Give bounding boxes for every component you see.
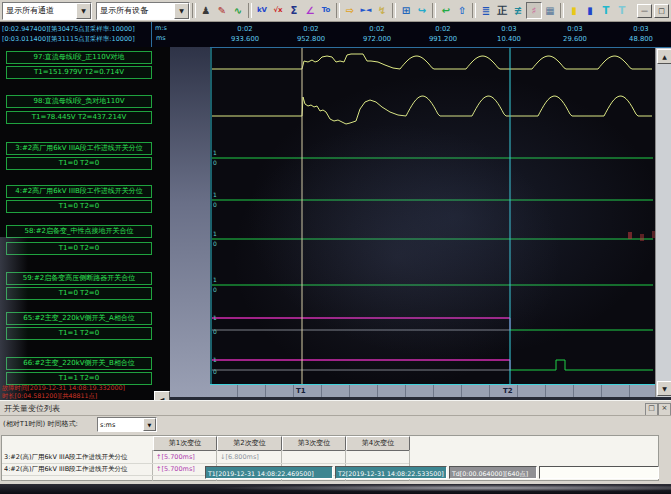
channel-title[interactable]: 4:#2高厂用6kV IIIB段工作进线开关分位	[6, 185, 152, 198]
level-label: 1	[213, 314, 217, 321]
toolbar-separator	[248, 3, 252, 18]
channel-cursor-values: T1=151.979V T2=0.714V	[6, 66, 152, 79]
time-tick: 0:02933.600	[212, 24, 278, 44]
cursor-yellow-icon[interactable]: ▮	[566, 2, 582, 19]
t2-cursor-label[interactable]: T2	[503, 387, 513, 395]
table-row-name[interactable]: 4:#2(高)厂用6kV IIIB段工作进线开关分位	[4, 463, 150, 475]
channel-title[interactable]: 98:直流母线I段_负对地110V	[6, 95, 152, 108]
channel-filter-value: 显示所有通道	[3, 5, 76, 16]
time-header: [0:02.947400][第30475点][采样率:10000] [0:03.…	[0, 22, 671, 48]
sqrt-icon[interactable]: √x	[270, 2, 286, 19]
sync-icon[interactable]: ►◄	[358, 2, 374, 19]
table-header-4[interactable]: 第4次变位	[346, 436, 410, 451]
channel-title[interactable]: 66:#2主变_220kV侧开关_B相合位	[6, 357, 152, 370]
screen-bezel	[0, 484, 671, 494]
minimize-button[interactable]: —	[637, 4, 652, 18]
toolbar-separator	[192, 3, 196, 18]
ch97-trace	[212, 54, 652, 69]
up-arrow-icon[interactable]: ⇧	[454, 2, 470, 19]
record-length: 时长[0:04.581200][共48811点]	[2, 392, 125, 400]
channel-title[interactable]: 97:直流母线I段_正110V对地	[6, 51, 152, 64]
table-header-1[interactable]: 第1次变位	[153, 436, 217, 451]
toolbar-separator	[560, 3, 564, 18]
flash-icon[interactable]: ↯	[374, 2, 390, 19]
angle-icon[interactable]: ∠	[302, 2, 318, 19]
t1-cursor-label[interactable]: T1	[296, 387, 306, 395]
channel-title[interactable]: 59:#2启备变高压侧断路器开关合位	[6, 272, 152, 285]
t2-tool-icon[interactable]: T	[614, 2, 630, 19]
status-td: Td[0:00.064000][640点]	[449, 466, 537, 479]
level-label: 1	[213, 191, 217, 198]
table-row-change1[interactable]: ↑[5.700ms]	[156, 451, 214, 463]
status-t2: T2[2019-12-31 14:08:22.533500]	[335, 466, 447, 479]
sample-info-line1: [0:02.947400][第30475点][采样率:10000]	[2, 24, 135, 34]
panel-title: 开关量变位列表	[4, 403, 60, 414]
chevron-down-icon[interactable]: ▼	[174, 3, 189, 19]
scroll-down-button[interactable]: ▼	[657, 381, 671, 396]
fault-time: 故障时间[2019-12-31 14:08:19.332000]	[2, 384, 125, 392]
channel-cursor-values: T1=78.445V T2=437.214V	[6, 111, 152, 124]
grid-icon[interactable]: ♯	[526, 2, 542, 19]
marker-tool-icon[interactable]: ♟	[198, 2, 214, 19]
channel-filter-select[interactable]: 显示所有通道 ▼	[2, 2, 92, 20]
channel-title[interactable]: 65:#2主变_220kV侧开关_A相合位	[6, 312, 152, 325]
chevron-down-icon[interactable]: ▼	[143, 418, 156, 431]
toolbar-separator	[392, 3, 396, 18]
time-tick: 0:02972.000	[344, 24, 410, 44]
level-label: 0	[213, 159, 217, 166]
table-icon[interactable]: ▦	[542, 2, 558, 19]
time-tick: 0:02952.800	[278, 24, 344, 44]
ch66-trace-after	[510, 360, 653, 370]
waveform-svg: 101010101010	[210, 48, 655, 384]
chevron-down-icon[interactable]: ▼	[76, 3, 91, 19]
restore-button[interactable]: □	[654, 4, 669, 18]
back-arrow-icon[interactable]: ↩	[438, 2, 454, 19]
to-icon[interactable]: To	[318, 2, 334, 19]
header-divider	[151, 22, 152, 47]
channel-title[interactable]: 58:#2启备变_中性点接地开关合位	[6, 225, 152, 238]
time-format-select[interactable]: s:ms ▼	[97, 417, 157, 432]
level-label: 0	[213, 201, 217, 208]
waveform-area[interactable]: 101010101010	[210, 48, 655, 384]
scroll-up-button[interactable]: ▲	[657, 49, 671, 64]
pen-tool-icon[interactable]: ✎	[214, 2, 230, 19]
channel-cursor-values: T1=0 T2=0	[6, 200, 152, 213]
panel-splitter[interactable]	[170, 47, 210, 397]
kv-icon[interactable]: kV	[254, 2, 270, 19]
list-icon[interactable]: ≣	[478, 2, 494, 19]
status-t1: T1[2019-12-31 14:08:22.469500]	[205, 466, 333, 479]
toolbar-separator	[432, 3, 436, 18]
forward-arrow-icon[interactable]: ↪	[414, 2, 430, 19]
level-label: 0	[213, 240, 217, 247]
ch98-trace	[212, 96, 652, 124]
cursor-blue-icon[interactable]: ▮	[582, 2, 598, 19]
table-header-2[interactable]: 第2次变位	[217, 436, 282, 451]
table-row-name[interactable]: 3:#2(高)厂用6kV IIIA段工作进线开关分位	[4, 451, 150, 463]
time-tick: 0:02991.200	[410, 24, 476, 44]
list2-icon[interactable]: ≢	[510, 2, 526, 19]
toolbar: 显示所有通道 ▼ 显示所有设备 ▼ ♟✎∿kV√xΣ∠To⇨►◄↯⊞↪↩⇧≣正≢…	[0, 0, 671, 22]
timeline-ruler[interactable]: T1 T2	[210, 384, 655, 397]
level-label: 1	[213, 149, 217, 156]
wave-tool-icon[interactable]: ∿	[230, 2, 246, 19]
table-header-3[interactable]: 第3次变位	[282, 436, 346, 451]
unit-label-top: m:s	[155, 24, 167, 32]
toolbar-icons: ♟✎∿kV√xΣ∠To⇨►◄↯⊞↪↩⇧≣正≢♯▦▮▮TT	[198, 2, 630, 19]
window-icon[interactable]: ⊞	[398, 2, 414, 19]
divider	[0, 415, 671, 416]
t1-tool-icon[interactable]: T	[598, 2, 614, 19]
level-label: 0	[213, 368, 217, 375]
level-label: 1	[213, 276, 217, 283]
sum-icon[interactable]: Σ	[286, 2, 302, 19]
unit-label-bottom: ms	[156, 34, 166, 42]
vertical-scrollbar[interactable]: ▲ ▼	[655, 48, 671, 397]
device-filter-select[interactable]: 显示所有设备 ▼	[96, 2, 190, 20]
channel-title[interactable]: 3:#2高厂用6kV IIIA段工作进线开关分位	[6, 142, 152, 155]
jump-arrow-icon[interactable]: ⇨	[342, 2, 358, 19]
sample-info: [0:02.947400][第30475点][采样率:10000] [0:03.…	[2, 24, 135, 44]
table-row-change2[interactable]: ↓[6.800ms]	[220, 451, 280, 463]
level-label: 0	[213, 328, 217, 335]
zheng-icon[interactable]: 正	[494, 2, 510, 19]
channel-panel: 97:直流母线I段_正110V对地T1=151.979V T2=0.714V98…	[0, 47, 170, 402]
time-format-label: (相对T1时间) 时间格式:	[3, 419, 78, 429]
